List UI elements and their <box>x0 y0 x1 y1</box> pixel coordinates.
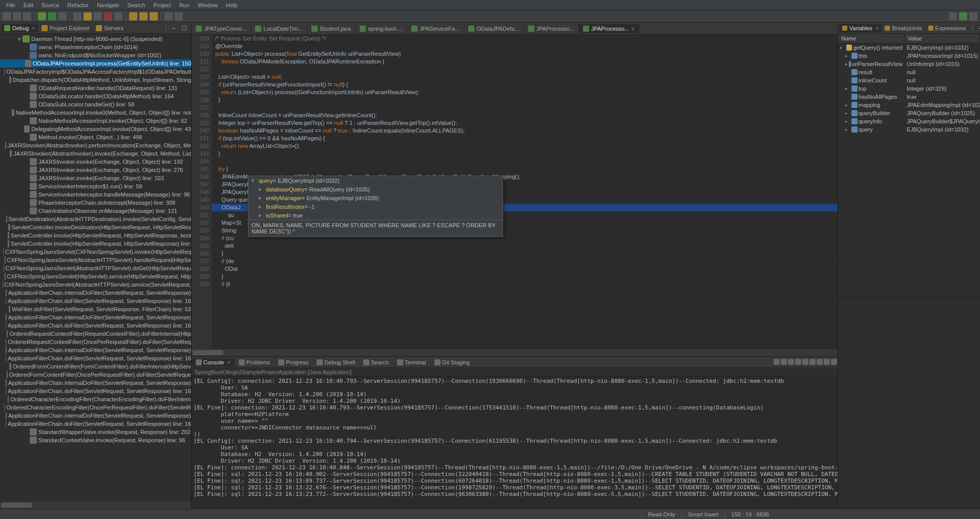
stack-frame[interactable]: CXFNonSpringJaxrsServlet(CXFNonSpringSer… <box>0 248 191 256</box>
stack-frame[interactable]: ServletController.invoke(HttpServletRequ… <box>0 231 191 240</box>
variable-row[interactable]: resultnull <box>838 68 980 76</box>
save-icon[interactable] <box>13 12 21 20</box>
tab-debug-shell[interactable]: Debug Shell <box>312 358 359 366</box>
search-icon[interactable] <box>949 12 957 20</box>
editor-tab[interactable]: LocalDateTim... <box>251 24 307 33</box>
stack-frame[interactable]: ApplicationFilterChain.internalDoFilter(… <box>0 289 191 297</box>
perspective-debug-icon[interactable] <box>959 12 967 20</box>
view-menu-icon[interactable]: ⋮ <box>163 25 170 32</box>
display-icon[interactable] <box>817 359 823 365</box>
stack-frame[interactable]: Method.invoke(Object, Object...) line: 4… <box>0 133 191 141</box>
tab-terminal[interactable]: Terminal <box>393 358 430 366</box>
stack-frame[interactable]: CXFNonSpringJaxrsServlet(AbstractHTTPSer… <box>0 256 191 264</box>
menu-window[interactable]: Window <box>194 2 222 8</box>
tab-servers[interactable]: Servers <box>93 24 127 32</box>
variable-row[interactable]: ▸queryEJBQueryImpl (id=1032) <box>838 125 980 134</box>
variable-row[interactable]: ▸uriParserResultViewUriInfoImpl (id=1016… <box>838 60 980 68</box>
close-icon[interactable]: × <box>227 359 230 365</box>
stack-frame[interactable]: NativeMethodAccessorImpl.invoke(Object, … <box>0 117 191 125</box>
stack-frame[interactable]: ChainInitiationObserver.onMessage(Messag… <box>0 207 191 215</box>
popup-field[interactable]: ▸databaseQuery= ReadAllQuery (id=1035) <box>248 185 503 193</box>
remove-all-icon[interactable] <box>781 359 787 365</box>
editor-tab[interactable]: JPAProcesso...× <box>579 24 639 33</box>
step-return-icon[interactable] <box>150 12 158 20</box>
variable-row[interactable]: ▸queryBuilderJPAQueryBuilder (id=1025) <box>838 109 980 117</box>
run-icon[interactable] <box>48 12 56 20</box>
stack-frame[interactable]: PhaseInterceptorChain.doIntercept(Messag… <box>0 199 191 207</box>
variable-row[interactable]: ▸mappingJPAEdmMappingImpl (id=1024) <box>838 101 980 109</box>
stack-frame[interactable]: NativeMethodAccessorImpl.invoke0(Method,… <box>0 109 191 117</box>
stack-frame[interactable]: StandardWrapperValve.invoke(Request, Res… <box>0 428 191 436</box>
stack-frame[interactable]: CXFNonSpringJaxrsServlet(AbstractHTTPSer… <box>0 280 191 289</box>
clear-icon[interactable] <box>788 359 794 365</box>
tab-git-staging[interactable]: Git Staging <box>430 358 474 366</box>
save-all-icon[interactable] <box>23 12 31 20</box>
editor-tab[interactable]: spring-boot-... <box>356 24 407 33</box>
stack-frame[interactable]: OrderedFormContentFilter(FormContentFilt… <box>0 362 191 371</box>
popup-field[interactable]: ▸entityManager= EntityManagerImpl (id=10… <box>248 193 503 202</box>
stack-frame[interactable]: ApplicationFilterChain.doFilter(ServletR… <box>0 354 191 362</box>
skip-breakpoints-icon[interactable] <box>73 12 81 20</box>
maximize-icon[interactable]: ▢ <box>181 25 189 32</box>
stack-frame[interactable]: ServletController.invokeDestination(Http… <box>0 223 191 231</box>
stack-frame[interactable]: JAXRSInvoker(AbstractInvoker).performInv… <box>0 141 191 149</box>
maximize-icon[interactable] <box>831 359 837 365</box>
new-icon[interactable] <box>3 12 11 20</box>
variables-detail-pane[interactable] <box>838 297 980 509</box>
stack-frame[interactable]: ODataSubLocator.handle(ODataHttpMethod) … <box>0 92 191 100</box>
menu-run[interactable]: Run <box>175 2 194 8</box>
menu-search[interactable]: Search <box>123 2 150 8</box>
stack-frame[interactable]: ApplicationFilterChain.doFilter(ServletR… <box>0 297 191 305</box>
console-output[interactable]: [EL Config]: connection: 2021-12-23 16:1… <box>192 377 838 509</box>
tab-problems[interactable]: Problems <box>235 358 274 366</box>
resume-icon[interactable] <box>84 12 92 20</box>
pin-icon[interactable] <box>802 359 808 365</box>
stack-frame[interactable]: ODataRequestHandler.handle(ODataRequest)… <box>0 84 191 92</box>
menu-refactor[interactable]: Refactor <box>64 2 93 8</box>
stack-frame[interactable]: ServletDestination(AbstractHTTPDestinati… <box>0 215 191 223</box>
stack-frame[interactable]: ODataSubLocator.handleGet() line: 58 <box>0 100 191 109</box>
menu-edit[interactable]: Edit <box>19 2 37 8</box>
stack-frame[interactable]: owns: PhaseInterceptorChain (id=1014) <box>0 43 191 51</box>
view-menu-icon[interactable]: ⋮ <box>970 25 977 32</box>
stack-frame[interactable]: OrderedRequestContextFilter(RequestConte… <box>0 330 191 338</box>
stack-frame[interactable]: ApplicationFilterChain.doFilter(ServletR… <box>0 420 191 428</box>
stack-frame[interactable]: JAXRSInvoker.invoke(Exchange, Object) li… <box>0 174 191 182</box>
stack-frame[interactable]: ▾Daemon Thread [http-nio-8080-exec-6] (S… <box>0 35 191 43</box>
stack-frame[interactable]: OrderedCharacterEncodingFilter(OncePerRe… <box>0 403 191 412</box>
tab-progress[interactable]: Progress <box>274 358 312 366</box>
stack-frame[interactable]: CXFNonSpringJaxrsServlet(AbstractHTTPSer… <box>0 264 191 272</box>
stack-frame[interactable]: Dispatcher.dispatch(ODataHttpMethod, Uri… <box>0 76 191 84</box>
close-icon[interactable]: × <box>631 26 634 32</box>
variable-row[interactable]: inlineCountnull <box>838 76 980 84</box>
editor-tab[interactable]: Student.java <box>307 24 356 33</box>
minimize-icon[interactable] <box>824 359 830 365</box>
coverage-icon[interactable] <box>58 12 67 20</box>
menu-project[interactable]: Project <box>149 2 175 8</box>
menu-file[interactable]: File <box>2 2 19 8</box>
stack-frame[interactable]: JAXRSInvoker.invoke(Exchange, Object, Ob… <box>0 158 191 166</box>
step-into-icon[interactable] <box>129 12 137 20</box>
editor-tab[interactable]: JPAServiceFa... <box>407 24 464 33</box>
tab-project-explorer[interactable]: Project Explorer <box>38 24 93 32</box>
tab-expressions[interactable]: Expressions <box>925 24 969 32</box>
stack-frame[interactable]: ApplicationFilterChain.doFilter(ServletR… <box>0 321 191 330</box>
stack-frame[interactable]: OrderedFormContentFilter(OncePerRequestF… <box>0 371 191 379</box>
minimize-icon[interactable]: – <box>172 25 179 32</box>
stack-frame[interactable]: ODataJPAFactoryImpl$ODataJPAAccessFactor… <box>0 68 191 76</box>
stack-frame[interactable]: owns: NioEndpoint$NioSocketWrapper (id=1… <box>0 51 191 59</box>
variable-row[interactable]: ▸queryInfoJPAQueryBuilder$JPAQueryInfo ( <box>838 117 980 125</box>
close-icon[interactable]: × <box>875 25 879 31</box>
stack-frame[interactable]: StandardContextValve.invoke(Request, Res… <box>0 436 191 444</box>
variable-row[interactable]: ▸topInteger (id=328) <box>838 84 980 93</box>
stack-frame[interactable]: OrderedRequestContextFilter(OncePerReque… <box>0 338 191 346</box>
stack-frame[interactable]: ServletController.invoke(HttpServletRequ… <box>0 240 191 248</box>
debug-stack-tree[interactable]: ▾Daemon Thread [http-nio-8080-exec-6] (S… <box>0 34 191 502</box>
variable-row[interactable]: hasNoAllPagestrue <box>838 93 980 101</box>
stack-frame[interactable]: DelegatingMethodAccessorImpl.invoke(Obje… <box>0 125 191 133</box>
editor-tab[interactable]: JPATypeConve... <box>192 24 251 33</box>
stack-frame[interactable]: ApplicationFilterChain.internalDoFilter(… <box>0 346 191 354</box>
terminate-icon[interactable] <box>774 359 780 365</box>
perspective-java-icon[interactable] <box>969 12 977 20</box>
tab-debug[interactable]: Debug× <box>1 24 38 32</box>
